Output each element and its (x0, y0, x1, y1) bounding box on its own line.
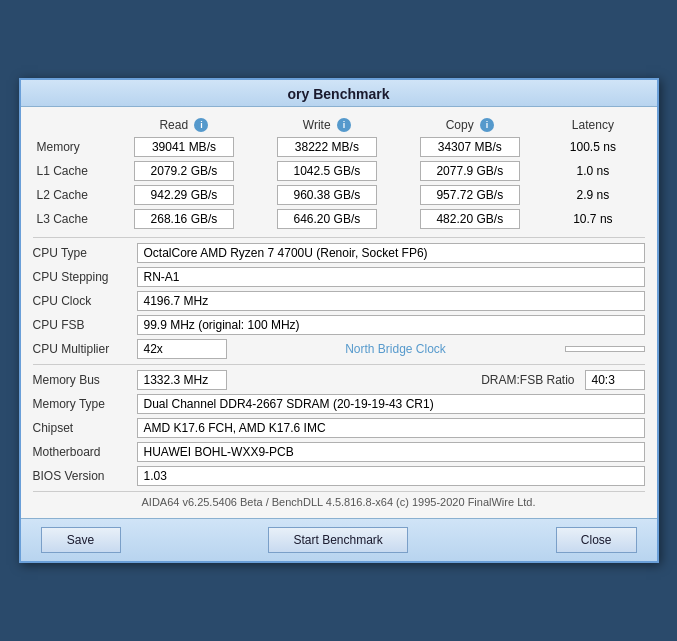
l2-latency: 2.9 ns (558, 186, 628, 204)
divider-1 (33, 237, 645, 238)
l3-write: 646.20 GB/s (277, 209, 377, 229)
save-button[interactable]: Save (41, 527, 121, 553)
cpu-type-row: CPU Type OctalCore AMD Ryzen 7 4700U (Re… (33, 242, 645, 264)
mem-bus-value: 1332.3 MHz (137, 370, 227, 390)
l3-latency: 10.7 ns (558, 210, 628, 228)
memory-read: 39041 MB/s (134, 137, 234, 157)
memory-label: Memory (33, 135, 113, 159)
title-bar: ory Benchmark (21, 80, 657, 107)
l2-write: 960.38 GB/s (277, 185, 377, 205)
table-row: L3 Cache 268.16 GB/s 646.20 GB/s 482.20 … (33, 207, 645, 231)
cpu-type-label: CPU Type (33, 246, 133, 260)
content-area: Read i Write i Copy i Latency (21, 107, 657, 519)
l3-copy: 482.20 GB/s (420, 209, 520, 229)
bios-row: BIOS Version 1.03 (33, 465, 645, 487)
cpu-clock-value: 4196.7 MHz (137, 291, 645, 311)
l3-read: 268.16 GB/s (134, 209, 234, 229)
l1-latency: 1.0 ns (558, 162, 628, 180)
cpu-fsb-label: CPU FSB (33, 318, 133, 332)
button-bar: Save Start Benchmark Close (21, 518, 657, 561)
bios-label: BIOS Version (33, 469, 133, 483)
l1-read: 2079.2 GB/s (134, 161, 234, 181)
motherboard-value: HUAWEI BOHL-WXX9-PCB (137, 442, 645, 462)
col-latency: Latency (541, 115, 644, 136)
motherboard-label: Motherboard (33, 445, 133, 459)
dram-ratio-value: 40:3 (585, 370, 645, 390)
l1-copy: 2077.9 GB/s (420, 161, 520, 181)
start-benchmark-button[interactable]: Start Benchmark (268, 527, 407, 553)
mem-type-value: Dual Channel DDR4-2667 SDRAM (20-19-19-4… (137, 394, 645, 414)
cpu-clock-row: CPU Clock 4196.7 MHz (33, 290, 645, 312)
dialog-title: ory Benchmark (288, 86, 390, 102)
chipset-value: AMD K17.6 FCH, AMD K17.6 IMC (137, 418, 645, 438)
divider-2 (33, 364, 645, 365)
table-row: Memory 39041 MB/s 38222 MB/s 34307 MB/s … (33, 135, 645, 159)
cpu-fsb-row: CPU FSB 99.9 MHz (original: 100 MHz) (33, 314, 645, 336)
cpu-stepping-value: RN-A1 (137, 267, 645, 287)
memory-latency: 100.5 ns (558, 138, 628, 156)
table-row: L2 Cache 942.29 GB/s 960.38 GB/s 957.72 … (33, 183, 645, 207)
cpu-stepping-label: CPU Stepping (33, 270, 133, 284)
cpu-stepping-row: CPU Stepping RN-A1 (33, 266, 645, 288)
l2-copy: 957.72 GB/s (420, 185, 520, 205)
dialog: ory Benchmark Read i Write i Copy (19, 78, 659, 564)
chipset-row: Chipset AMD K17.6 FCH, AMD K17.6 IMC (33, 417, 645, 439)
cpu-type-value: OctalCore AMD Ryzen 7 4700U (Renoir, Soc… (137, 243, 645, 263)
motherboard-row: Motherboard HUAWEI BOHL-WXX9-PCB (33, 441, 645, 463)
mem-type-row: Memory Type Dual Channel DDR4-2667 SDRAM… (33, 393, 645, 415)
memory-copy: 34307 MB/s (420, 137, 520, 157)
l2-label: L2 Cache (33, 183, 113, 207)
col-copy: Copy i (398, 115, 541, 136)
l3-label: L3 Cache (33, 207, 113, 231)
chipset-label: Chipset (33, 421, 133, 435)
cpu-mult-label: CPU Multiplier (33, 342, 133, 356)
mem-bus-row: Memory Bus 1332.3 MHz DRAM:FSB Ratio 40:… (33, 369, 645, 391)
copy-info-icon[interactable]: i (480, 118, 494, 132)
l2-read: 942.29 GB/s (134, 185, 234, 205)
close-button[interactable]: Close (556, 527, 637, 553)
mem-type-label: Memory Type (33, 397, 133, 411)
memory-write: 38222 MB/s (277, 137, 377, 157)
bios-value: 1.03 (137, 466, 645, 486)
nb-clock-value (565, 346, 645, 352)
benchmark-table: Read i Write i Copy i Latency (33, 115, 645, 232)
footer-text: AIDA64 v6.25.5406 Beta / BenchDLL 4.5.81… (33, 491, 645, 510)
cpu-mult-row: CPU Multiplier 42x North Bridge Clock (33, 338, 645, 360)
table-row: L1 Cache 2079.2 GB/s 1042.5 GB/s 2077.9 … (33, 159, 645, 183)
cpu-fsb-value: 99.9 MHz (original: 100 MHz) (137, 315, 645, 335)
dram-ratio-label: DRAM:FSB Ratio (231, 373, 581, 387)
nb-clock-label: North Bridge Clock (231, 340, 561, 358)
col-write: Write i (255, 115, 398, 136)
cpu-clock-label: CPU Clock (33, 294, 133, 308)
mem-bus-label: Memory Bus (33, 373, 133, 387)
read-info-icon[interactable]: i (194, 118, 208, 132)
l1-label: L1 Cache (33, 159, 113, 183)
write-info-icon[interactable]: i (337, 118, 351, 132)
col-read: Read i (113, 115, 256, 136)
cpu-mult-value: 42x (137, 339, 227, 359)
l1-write: 1042.5 GB/s (277, 161, 377, 181)
